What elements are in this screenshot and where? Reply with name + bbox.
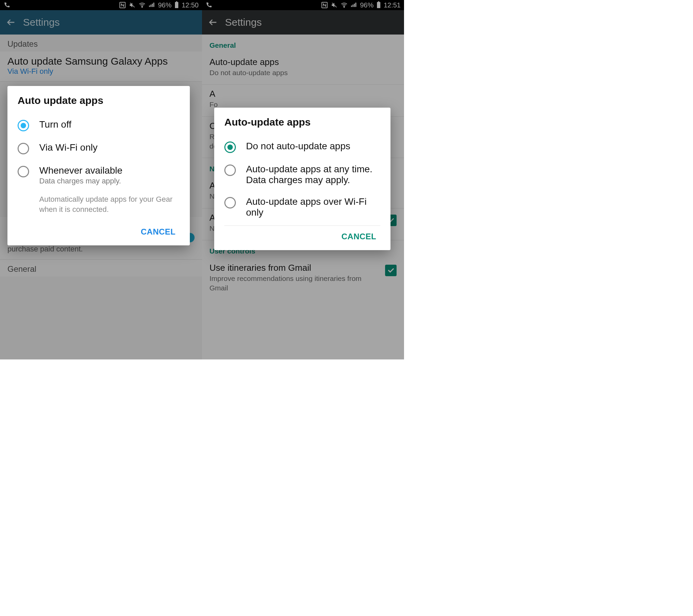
radio-icon: [18, 166, 29, 177]
dialog-footnote: Automatically update apps for your Gear …: [39, 194, 180, 214]
cancel-button[interactable]: CANCEL: [137, 225, 180, 239]
option-label: Whenever available: [39, 165, 122, 176]
option-any-time[interactable]: Auto-update apps at any time. Data charg…: [224, 158, 380, 191]
radio-icon: [224, 141, 236, 153]
option-wifi-only[interactable]: Via Wi-Fi only: [18, 137, 180, 160]
dialog-title: Auto update apps: [18, 95, 180, 106]
option-label: Do not auto-update apps: [246, 141, 350, 152]
radio-icon: [224, 165, 236, 176]
option-label: Auto-update apps at any time. Data charg…: [246, 164, 380, 186]
option-turn-off[interactable]: Turn off: [18, 114, 180, 137]
cancel-button[interactable]: CANCEL: [337, 229, 380, 244]
dialog-auto-update: Auto-update apps Do not auto-update apps…: [214, 108, 391, 250]
option-whenever[interactable]: Whenever available Data charges may appl…: [18, 160, 180, 191]
option-wifi-only[interactable]: Auto-update apps over Wi-Fi only: [224, 191, 380, 224]
option-label: Auto-update apps over Wi-Fi only: [246, 196, 380, 218]
option-label: Turn off: [39, 119, 72, 130]
dialog-auto-update: Auto update apps Turn off Via Wi-Fi only…: [7, 86, 190, 245]
dialog-title: Auto-update apps: [224, 116, 380, 128]
radio-icon: [18, 120, 29, 131]
option-do-not-update[interactable]: Do not auto-update apps: [224, 135, 380, 158]
radio-icon: [224, 197, 236, 209]
option-sub: Data charges may apply.: [39, 177, 122, 186]
option-label: Via Wi-Fi only: [39, 142, 97, 153]
radio-icon: [18, 143, 29, 154]
